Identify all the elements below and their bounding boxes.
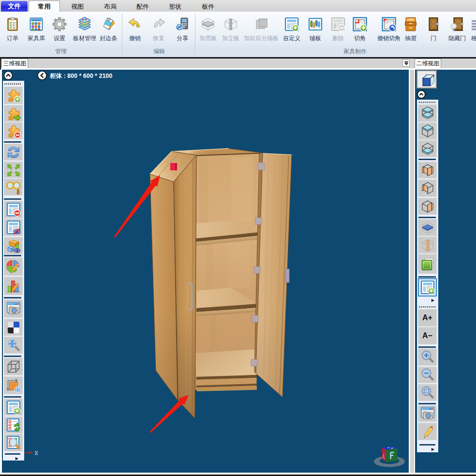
svg-text:柜体 : 800 * 600 * 2100: 柜体 : 800 * 600 * 2100 — [49, 73, 112, 79]
svg-text:X: X — [34, 450, 38, 457]
